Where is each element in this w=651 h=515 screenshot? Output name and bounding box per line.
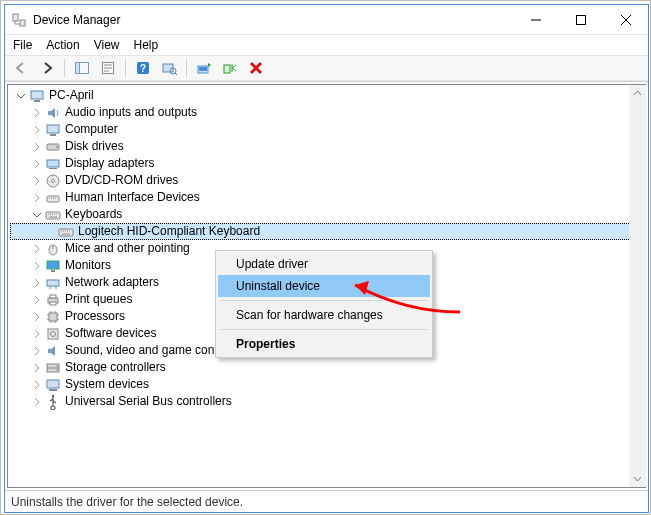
help-button[interactable]: ? [131, 57, 155, 79]
system-icon [45, 377, 61, 393]
mouse-icon [45, 241, 61, 257]
svg-rect-0 [13, 14, 18, 21]
tree-item-hid[interactable]: Human Interface Devices [10, 189, 645, 206]
expander-closed-icon[interactable] [30, 123, 44, 137]
tree-item-usb[interactable]: Universal Serial Bus controllers [10, 393, 645, 410]
monitor-icon [45, 258, 61, 274]
maximize-button[interactable] [558, 5, 603, 34]
tree-item-label: Universal Serial Bus controllers [65, 393, 232, 410]
expander-open-icon[interactable] [14, 89, 28, 103]
expander-closed-icon[interactable] [30, 259, 44, 273]
svg-rect-28 [51, 270, 55, 272]
device-manager-window: Device Manager File Action View Help [4, 4, 649, 513]
expander-closed-icon[interactable] [30, 395, 44, 409]
expander-closed-icon[interactable] [30, 157, 44, 171]
vertical-scrollbar[interactable] [629, 85, 646, 487]
separator-icon [186, 59, 187, 77]
expander-closed-icon[interactable] [30, 174, 44, 188]
expander-closed-icon[interactable] [30, 378, 44, 392]
tree-item-label: Keyboards [65, 206, 122, 223]
ctx-item-label: Scan for hardware changes [236, 308, 383, 322]
tree-root-label: PC-April [49, 87, 94, 104]
svg-rect-31 [50, 295, 56, 298]
ctx-item-label: Update driver [236, 257, 308, 271]
minimize-button[interactable] [513, 5, 558, 34]
menu-file[interactable]: File [13, 38, 32, 52]
svg-rect-12 [224, 65, 230, 73]
scroll-down-button[interactable] [629, 470, 646, 487]
uninstall-device-button[interactable] [244, 57, 268, 79]
tree-item-disk[interactable]: Disk drives [10, 138, 645, 155]
properties-button[interactable] [96, 57, 120, 79]
expander-closed-icon[interactable] [30, 242, 44, 256]
svg-text:?: ? [140, 63, 146, 74]
titlebar: Device Manager [5, 5, 648, 35]
svg-point-37 [56, 365, 58, 367]
expander-closed-icon[interactable] [30, 361, 44, 375]
expander-closed-icon[interactable] [30, 276, 44, 290]
ctx-scan-hardware[interactable]: Scan for hardware changes [218, 304, 430, 326]
svg-rect-29 [47, 280, 59, 286]
tree-item-display[interactable]: Display adapters [10, 155, 645, 172]
expander-closed-icon[interactable] [30, 106, 44, 120]
printer-icon [45, 292, 61, 308]
show-hide-tree-button[interactable] [70, 57, 94, 79]
expander-closed-icon[interactable] [30, 293, 44, 307]
expander-closed-icon[interactable] [30, 344, 44, 358]
svg-rect-39 [47, 380, 59, 388]
expander-closed-icon[interactable] [30, 140, 44, 154]
separator-icon [220, 329, 428, 330]
expander-open-icon[interactable] [30, 208, 44, 222]
svg-rect-25 [59, 229, 73, 236]
tree-item-storage[interactable]: Storage controllers [10, 359, 645, 376]
ctx-properties[interactable]: Properties [218, 333, 430, 355]
expander-closed-icon[interactable] [30, 327, 44, 341]
tree-item-label: Human Interface Devices [65, 189, 200, 206]
tree-item-label: Computer [65, 121, 118, 138]
tree-item-label: Monitors [65, 257, 111, 274]
separator-icon [125, 59, 126, 77]
forward-button[interactable] [35, 57, 59, 79]
close-button[interactable] [603, 5, 648, 34]
svg-rect-19 [47, 160, 59, 167]
update-driver-button[interactable] [192, 57, 216, 79]
expander-closed-icon[interactable] [30, 191, 44, 205]
svg-rect-32 [50, 302, 56, 305]
context-menu: Update driver Uninstall device Scan for … [215, 250, 433, 358]
ctx-uninstall-device[interactable]: Uninstall device [218, 275, 430, 297]
window-buttons [513, 5, 648, 34]
menu-action[interactable]: Action [46, 38, 79, 52]
svg-rect-11 [199, 67, 207, 71]
menu-help[interactable]: Help [134, 38, 159, 52]
scroll-up-button[interactable] [629, 85, 646, 102]
tree-item-logitech-keyboard[interactable]: Logitech HID-Compliant Keyboard [10, 223, 645, 240]
ctx-item-label: Properties [236, 337, 295, 351]
network-icon [45, 275, 61, 291]
svg-rect-34 [48, 329, 58, 339]
expander-closed-icon[interactable] [30, 310, 44, 324]
menu-view[interactable]: View [94, 38, 120, 52]
svg-rect-2 [576, 15, 585, 24]
storage-icon [45, 360, 61, 376]
tree-item-dvd[interactable]: DVD/CD-ROM drives [10, 172, 645, 189]
svg-rect-4 [76, 63, 80, 74]
tree-item-computer[interactable]: Computer [10, 121, 645, 138]
tree-item-label: Logitech HID-Compliant Keyboard [78, 223, 260, 240]
computer-icon [29, 88, 45, 104]
status-text: Uninstalls the driver for the selected d… [11, 495, 243, 509]
tree-item-label: Processors [65, 308, 125, 325]
tree-item-label: Disk drives [65, 138, 124, 155]
tree-item-label: Audio inputs and outputs [65, 104, 197, 121]
tree-item-label: Print queues [65, 291, 132, 308]
tree-item-audio[interactable]: Audio inputs and outputs [10, 104, 645, 121]
enable-device-button[interactable] [218, 57, 242, 79]
ctx-update-driver[interactable]: Update driver [218, 253, 430, 275]
device-tree[interactable]: PC-April Audio inputs and outputs Comput… [8, 85, 645, 412]
tree-root[interactable]: PC-April [10, 87, 645, 104]
back-button[interactable] [9, 57, 33, 79]
tree-item-label: Network adapters [65, 274, 159, 291]
tree-item-system[interactable]: System devices [10, 376, 645, 393]
tree-item-keyboards[interactable]: Keyboards [10, 206, 645, 223]
scan-hardware-button[interactable] [157, 57, 181, 79]
svg-rect-13 [31, 91, 43, 99]
